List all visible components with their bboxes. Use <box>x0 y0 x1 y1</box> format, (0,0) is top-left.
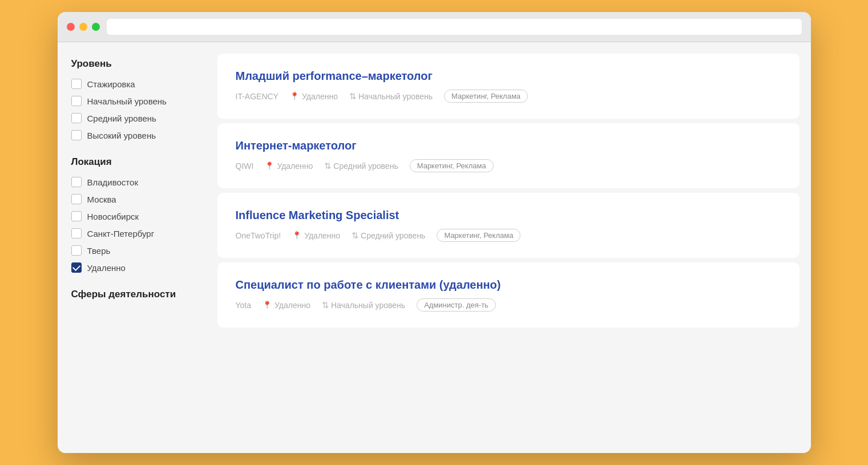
job-meta: OneTwoTrip!📍Удаленно⇅Средний уровеньМарк… <box>236 229 781 242</box>
checkbox-label-tver: Тверь <box>87 246 111 256</box>
browser-window: Уровень СтажировкаНачальный уровеньСредн… <box>58 12 811 453</box>
job-location: 📍Удаленно <box>265 161 313 171</box>
job-location-text: Удаленно <box>274 301 310 310</box>
checkbox-tver[interactable] <box>71 245 82 256</box>
checkbox-label-novosibirsk: Новосибирск <box>87 212 139 221</box>
level-checkbox-item[interactable]: Начальный уровень <box>71 96 204 106</box>
job-tag: Администр. дея-ть <box>417 298 496 312</box>
job-tag: Маркетинг, Реклама <box>410 159 494 172</box>
checkbox-internship[interactable] <box>71 79 82 89</box>
job-level-text: Начальный уровень <box>358 92 433 101</box>
checkbox-label-internship: Стажировка <box>87 79 135 89</box>
checkbox-label-remote: Удаленно <box>87 263 126 273</box>
job-level-text: Средний уровень <box>361 231 425 240</box>
traffic-lights <box>67 23 100 31</box>
location-checkbox-item[interactable]: Удаленно <box>71 262 204 273</box>
sidebar: Уровень СтажировкаНачальный уровеньСредн… <box>58 42 217 453</box>
job-level: ⇅Начальный уровень <box>349 91 433 102</box>
job-location-text: Удаленно <box>304 231 340 240</box>
level-checkbox-item[interactable]: Средний уровень <box>71 113 204 123</box>
job-level: ⇅Средний уровень <box>324 161 398 171</box>
sphere-filter-title: Сферы деятельности <box>71 289 204 300</box>
job-card[interactable]: Специалист по работе с клиентами (удален… <box>217 262 800 327</box>
checkbox-label-mid: Средний уровень <box>87 114 156 123</box>
location-checkbox-item[interactable]: Москва <box>71 194 204 204</box>
job-card[interactable]: Младший performance–маркетологIT-AGENCY📍… <box>217 54 800 119</box>
checkbox-moscow[interactable] <box>71 194 82 204</box>
job-meta: IT-AGENCY📍Удаленно⇅Начальный уровеньМарк… <box>236 90 781 103</box>
location-icon: 📍 <box>292 231 301 240</box>
location-icon: 📍 <box>263 301 272 309</box>
job-location-text: Удаленно <box>277 161 313 171</box>
job-tag: Маркетинг, Реклама <box>437 229 520 242</box>
job-tag: Маркетинг, Реклама <box>444 90 528 103</box>
checkbox-label-spb: Санкт-Петербург <box>87 229 155 238</box>
job-level: ⇅Средний уровень <box>352 231 425 241</box>
minimize-button[interactable] <box>79 23 87 31</box>
level-filter-group: СтажировкаНачальный уровеньСредний урове… <box>71 79 204 140</box>
job-location: 📍Удаленно <box>292 231 340 240</box>
job-company: OneTwoTrip! <box>236 231 281 240</box>
job-title[interactable]: Интернет-маркетолог <box>236 139 781 152</box>
level-filter-title: Уровень <box>71 58 204 70</box>
checkbox-label-senior: Высокий уровень <box>87 131 156 140</box>
address-bar[interactable] <box>107 19 802 35</box>
checkbox-entry[interactable] <box>71 96 82 106</box>
checkbox-label-moscow: Москва <box>87 195 116 204</box>
job-title[interactable]: Специалист по работе с клиентами (удален… <box>236 278 781 292</box>
checkbox-novosibirsk[interactable] <box>71 211 82 221</box>
job-meta: QIWI📍Удаленно⇅Средний уровеньМаркетинг, … <box>236 159 781 172</box>
level-checkbox-item[interactable]: Стажировка <box>71 79 204 89</box>
checkbox-mid[interactable] <box>71 113 82 123</box>
location-checkbox-item[interactable]: Новосибирск <box>71 211 204 221</box>
level-icon: ⇅ <box>324 161 330 171</box>
job-location: 📍Удаленно <box>290 92 338 101</box>
job-level-text: Начальный уровень <box>331 301 405 310</box>
location-filter-title: Локация <box>71 156 204 168</box>
job-company: Yota <box>236 301 252 310</box>
job-level: ⇅Начальный уровень <box>322 300 405 310</box>
browser-toolbar <box>58 12 811 42</box>
job-title[interactable]: Influence Marketing Specialist <box>236 209 781 222</box>
close-button[interactable] <box>67 23 75 31</box>
checkbox-spb[interactable] <box>71 228 82 238</box>
browser-content: Уровень СтажировкаНачальный уровеньСредн… <box>58 42 811 453</box>
checkbox-senior[interactable] <box>71 130 82 140</box>
level-icon: ⇅ <box>322 300 328 310</box>
checkbox-remote[interactable] <box>71 262 82 273</box>
job-level-text: Средний уровень <box>333 161 398 171</box>
checkbox-vladivostok[interactable] <box>71 177 82 187</box>
job-location-text: Удаленно <box>302 92 338 101</box>
job-meta: Yota📍Удаленно⇅Начальный уровеньАдминистр… <box>236 298 781 312</box>
maximize-button[interactable] <box>92 23 100 31</box>
checkbox-label-entry: Начальный уровень <box>87 96 167 106</box>
level-checkbox-item[interactable]: Высокий уровень <box>71 130 204 140</box>
checkbox-label-vladivostok: Владивосток <box>87 177 138 187</box>
job-company: QIWI <box>236 161 254 171</box>
location-checkbox-item[interactable]: Владивосток <box>71 177 204 187</box>
job-list: Младший performance–маркетологIT-AGENCY📍… <box>217 42 811 453</box>
location-icon: 📍 <box>290 92 299 100</box>
location-filter-group: ВладивостокМоскваНовосибирскСанкт-Петерб… <box>71 177 204 273</box>
job-title[interactable]: Младший performance–маркетолог <box>236 70 781 83</box>
job-company: IT-AGENCY <box>236 92 278 101</box>
level-icon: ⇅ <box>349 91 356 102</box>
location-icon: 📍 <box>265 161 274 170</box>
job-card[interactable]: Интернет-маркетологQIWI📍Удаленно⇅Средний… <box>217 123 800 188</box>
level-icon: ⇅ <box>352 231 358 241</box>
job-card[interactable]: Influence Marketing SpecialistOneTwoTrip… <box>217 193 800 258</box>
location-checkbox-item[interactable]: Тверь <box>71 245 204 256</box>
job-location: 📍Удаленно <box>263 301 310 310</box>
location-checkbox-item[interactable]: Санкт-Петербург <box>71 228 204 238</box>
